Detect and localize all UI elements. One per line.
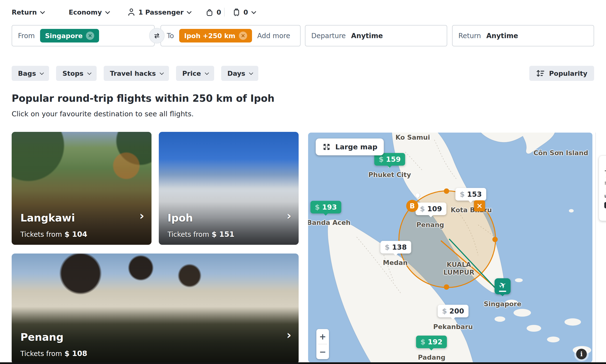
chevron-down-icon [159, 71, 164, 75]
filter-days[interactable]: Days [221, 66, 258, 81]
departure-label: Departure [311, 32, 346, 40]
kl-line1: KUALA [443, 261, 474, 269]
feedback-icon [604, 202, 606, 208]
chevron-down-icon [187, 9, 192, 14]
departure-value: Anytime [351, 32, 383, 40]
card-title: Ipoh [168, 212, 193, 224]
swap-origin-destination-button[interactable] [149, 28, 165, 43]
from-field[interactable]: From Singapore [12, 25, 155, 46]
kl-line2: LUMPUR [443, 269, 474, 276]
filter-travel-hacks[interactable]: Travel hacks [104, 66, 169, 81]
to-label: To [167, 32, 174, 40]
chevron-right-icon: › [139, 210, 144, 221]
bags-dropdown[interactable]: 0 0 [206, 8, 255, 16]
card-price: Tickets from$ 104 [20, 230, 87, 238]
results-map[interactable]: Large map Ko Samui Côn Sơn Island KUALA … [308, 133, 593, 363]
filter-bags-label: Bags [18, 70, 36, 77]
chevron-down-icon [40, 71, 44, 75]
price-amount: 138 [392, 243, 407, 251]
passengers-dropdown[interactable]: 1 Passenger [128, 8, 190, 16]
photo-shade [12, 254, 299, 364]
filters-bar: Bags Stops Travel hacks Price Days Popul… [12, 66, 594, 81]
passengers-label: 1 Passenger [138, 9, 183, 16]
map-zoom-controls: + − [316, 329, 329, 359]
radius-marker-badge[interactable]: B [406, 200, 418, 212]
price-pin-banda-aceh[interactable]: $193 [310, 201, 341, 213]
plane-takeoff-icon: ✈ [497, 280, 508, 291]
price-pin-medan[interactable]: $138 [380, 241, 411, 254]
trip-type-label: Return [12, 9, 37, 16]
return-date-field[interactable]: Return Anytime [452, 25, 594, 46]
filter-bags[interactable]: Bags [12, 66, 49, 81]
price-pin-padang[interactable]: $192 [416, 336, 447, 348]
map-info-button[interactable]: i [574, 347, 589, 361]
feedback-tab[interactable]: Feedback [599, 156, 606, 221]
destination-card-langkawi[interactable]: Langkawi Tickets from$ 104 › [12, 132, 152, 245]
to-field[interactable]: To Ipoh +250 km Add more [160, 25, 301, 46]
to-chip-label: Ipoh +250 km [184, 32, 235, 39]
price-value: $ 151 [212, 230, 234, 238]
add-more-destination[interactable]: Add more [257, 32, 290, 40]
map-label-con-son: Côn Sơn Island [533, 149, 588, 157]
cabin-class-dropdown[interactable]: Economy [69, 9, 109, 16]
card-price: Tickets from$ 108 [20, 349, 87, 358]
screen-bottom-edge [0, 362, 606, 364]
feedback-label: Feedback [604, 168, 606, 198]
price-pin-pekanbaru[interactable]: $200 [438, 305, 469, 317]
price-amount: 153 [467, 190, 482, 198]
divider [595, 133, 596, 363]
filter-stops-label: Stops [62, 70, 83, 77]
page-subtitle: Click on your favourite destination to s… [12, 110, 194, 118]
sort-button[interactable]: Popularity [529, 66, 594, 81]
price-amount: 159 [386, 155, 401, 163]
to-chip-ipoh[interactable]: Ipoh +250 km [179, 29, 252, 42]
info-icon: i [576, 349, 587, 359]
destination-card-penang[interactable]: Penang Tickets from$ 108 › [12, 254, 299, 364]
chevron-down-icon [87, 71, 91, 75]
currency-symbol: $ [315, 203, 320, 211]
large-map-button[interactable]: Large map [316, 138, 384, 156]
origin-marker-singapore[interactable]: ✈ [495, 278, 511, 294]
cabin-class-label: Economy [69, 9, 102, 16]
sort-icon [536, 69, 545, 78]
return-label: Return [458, 32, 481, 40]
tickets-from-label: Tickets from [168, 231, 209, 238]
map-label-kuala-lumpur: KUALA LUMPUR [443, 261, 474, 276]
card-price: Tickets from$ 151 [168, 230, 234, 238]
chevron-right-icon: › [286, 210, 291, 221]
from-chip-label: Singapore [45, 32, 83, 39]
from-chip-singapore[interactable]: Singapore [40, 29, 99, 42]
zoom-out-button[interactable]: − [316, 344, 329, 359]
destination-card-ipoh[interactable]: Ipoh Tickets from$ 151 › [159, 132, 299, 245]
trip-type-dropdown[interactable]: Return [12, 9, 44, 16]
swap-icon [153, 32, 161, 39]
currency-symbol: $ [379, 155, 384, 163]
remove-from-chip-icon[interactable] [86, 32, 94, 40]
expand-icon [322, 143, 331, 151]
cabin-bags-count: 0 [217, 9, 221, 16]
price-pin-kota-bharu[interactable]: $153 [455, 188, 486, 201]
filter-price[interactable]: Price [176, 66, 214, 81]
map-label-kota-bharu: Kota Bharu [451, 206, 492, 214]
price-amount: 109 [427, 205, 442, 213]
divider [224, 8, 225, 16]
map-label-penang: Penang [416, 221, 444, 229]
checked-bags-count: 0 [244, 9, 248, 16]
filter-stops[interactable]: Stops [56, 66, 96, 81]
map-label-ko-samui: Ko Samui [396, 133, 430, 141]
zoom-in-button[interactable]: + [316, 329, 329, 344]
checked-bag-icon [233, 8, 240, 16]
currency-symbol: $ [421, 338, 425, 346]
currency-symbol: $ [385, 243, 390, 251]
filter-days-label: Days [228, 70, 245, 77]
chevron-down-icon [249, 71, 253, 75]
remove-radius-button[interactable] [474, 200, 485, 211]
remove-to-chip-icon[interactable] [239, 32, 247, 40]
price-pin-penang[interactable]: $109 [416, 203, 447, 215]
departure-date-field[interactable]: Departure Anytime [305, 25, 447, 46]
price-amount: 200 [449, 307, 464, 315]
filter-price-label: Price [182, 70, 201, 77]
price-amount: 193 [322, 203, 337, 211]
tickets-from-label: Tickets from [20, 231, 62, 238]
currency-symbol: $ [442, 307, 447, 315]
